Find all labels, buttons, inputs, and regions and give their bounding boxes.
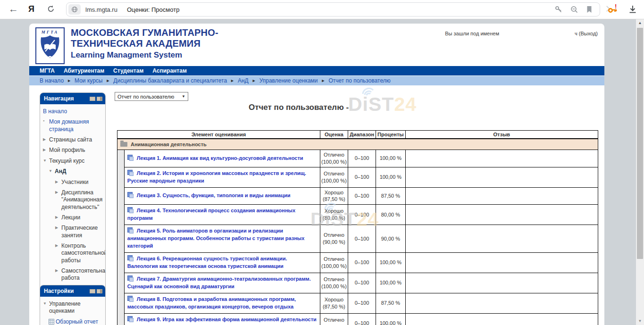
navigation-block-title: Навигация [44,95,74,102]
nav-item[interactable]: Абитуриентам [64,67,104,74]
tree-collapsed-icon[interactable]: ▶ [55,179,61,186]
percent-cell: 100,00 % [376,167,406,187]
sidebar-item[interactable]: Обзорный отчет [43,318,103,325]
nav-item[interactable]: Студентам [113,67,143,74]
grade-item-link[interactable]: Лекция 6. Рекреационная сущность туристс… [127,256,287,269]
bookmark-icon[interactable] [585,5,593,14]
sidebar-item[interactable]: ▶Контроль самостоятельной работы [43,242,103,264]
breadcrumb-link[interactable]: Дисциплины бакалавриата и специалитета [113,77,227,84]
grade-item-link[interactable]: Лекция 5. Роль аниматоров в организации … [127,228,305,249]
report-heading: Отчет по пользователю - [117,103,598,112]
sidebar-item[interactable]: ▪Моя домашняя страница [43,118,103,133]
grade-label: Отлично [321,317,347,324]
percent-cell: 100,00 % [376,273,406,293]
sidebar-item-label: Страницы сайта [49,136,92,143]
table-row: Лекция 6. Рекреационная сущность туристс… [117,252,598,273]
nav-item[interactable]: МГТА [40,67,55,74]
grade-report-table: Элемент оцениванияОценкаДиапазонПроценты… [117,130,598,325]
grade-item-link[interactable]: Лекция 1. Анимация как вид культурно-дос… [137,155,303,161]
feedback-cell [405,187,598,205]
breadcrumb-link[interactable]: Управление оценками [259,77,318,84]
percent-cell: 87,50 % [376,187,406,205]
grade-label: Отлично [321,232,347,239]
percent-cell: 87,50 % [376,293,406,313]
extension-key-button[interactable]: ! [608,4,618,17]
sidebar-item[interactable]: ▶Страницы сайта [43,136,103,143]
grade-item-link[interactable]: Лекция 8. Подготовка и разработка анимац… [127,296,296,309]
hide-block-icon[interactable] [90,97,95,101]
tree-expanded-icon[interactable]: ▼ [43,300,49,315]
academy-logo[interactable]: МГТА [35,27,65,64]
tree-expanded-icon[interactable]: ▼ [49,168,55,175]
tree-collapsed-icon[interactable]: ▶ [55,267,61,282]
feedback-cell [405,273,598,293]
refresh-button[interactable] [47,5,55,15]
scroll-up-button[interactable]: ▲ [636,19,644,27]
grade-percent-label: (100,00 %) [321,324,347,325]
grade-percent-label: (100,00 %) [321,263,347,270]
report-type-select[interactable]: Отчет по пользователю ▼ [115,92,188,101]
back-button[interactable]: ← [8,3,18,15]
sidebar-item[interactable]: ▼Управление оценками [43,300,103,315]
nav-item[interactable]: Аспирантам [152,67,187,74]
hide-block-icon[interactable] [90,289,95,293]
sidebar-item[interactable]: ▼Текущий курс [43,158,103,165]
dock-block-icon[interactable] [97,289,102,293]
sidebar-item-label: Мой профиль [49,147,85,154]
breadcrumb-link[interactable]: Мои курсы [75,77,102,84]
browser-logo[interactable]: Я [28,4,34,14]
logout-link[interactable]: ч (Выход) [575,31,598,36]
quiz-icon [127,227,134,233]
site-badge[interactable] [68,4,81,15]
column-header: Элемент оценивания [117,131,320,139]
item-name-cell: Лекция 5. Роль аниматоров в организации … [124,225,320,253]
grade-item-link[interactable]: Лекция 9. Игра как эффективная форма ани… [127,317,317,325]
breadcrumb-link[interactable]: В начало [40,77,64,84]
globe-icon [71,6,78,13]
tree-collapsed-icon[interactable]: ▶ [55,189,61,211]
tree-collapsed-icon[interactable]: ▶ [55,225,61,239]
sidebar-item-label: Управление оценками [49,300,103,315]
password-key-icon[interactable] [554,5,563,14]
quiz-icon [127,192,134,198]
address-bar[interactable]: lms.mgta.ru Оценки: Просмотр [66,2,600,17]
breadcrumb-link[interactable]: Отчет по пользователю [329,77,391,84]
grade-item-link[interactable]: Лекция 2. История и хронология массовых … [127,170,306,183]
category-cell: Анимационная деятельность [117,139,598,150]
category-row: Анимационная деятельность [117,139,598,150]
grade-label: Отлично [321,170,347,177]
sidebar-item[interactable]: ▶Дисциплина "Анимационная деятельность" [43,189,103,211]
chevron-down-icon: ▼ [182,94,185,99]
tree-expanded-icon[interactable]: ▼ [43,158,49,165]
report-select-value: Отчет по пользователю [117,94,174,100]
download-button[interactable] [627,4,638,17]
breadcrumb-link[interactable]: АнД [238,77,249,84]
settings-block-body: ▼Управление оценкамиОбзорный отчетОтчет … [40,297,105,325]
login-status: Вы зашли под именемч (Выход) [445,31,598,36]
grade-item-link[interactable]: Лекция 3. Сущность, функция, типология и… [137,192,291,198]
scroll-down-button[interactable]: ▼ [636,317,644,325]
sidebar-item[interactable]: ▶Мой профиль [43,147,103,154]
page-url[interactable]: lms.mgta.ru [85,6,117,13]
feedback-cell [405,167,598,187]
grade-item-link[interactable]: Лекция 4. Технологический процесс создан… [127,208,295,221]
sidebar-item[interactable]: В начало [43,108,103,115]
zoom-icon[interactable] [570,5,578,14]
sidebar-item[interactable]: ▶Практические занятия [43,225,103,239]
column-header: Проценты [376,131,406,139]
sidebar-item[interactable]: ▶Участники [43,179,103,186]
sidebar-item[interactable]: ▼АнД [43,168,103,175]
tree-collapsed-icon[interactable]: ▶ [55,242,61,264]
quiz-icon [127,316,134,322]
signal-arcs-icon [361,87,377,96]
scrollbar-thumb[interactable] [637,28,643,259]
breadcrumb: В начало►Мои курсы►Дисциплины бакалавриа… [29,76,604,85]
grade-item-link[interactable]: Лекция 7. Драматургия анимационно-театра… [127,276,311,289]
item-name-cell: Лекция 2. История и хронология массовых … [124,167,320,187]
sidebar-item[interactable]: ▶Самостоятельная работа [43,267,103,282]
sidebar-item[interactable]: ▶Лекции [43,214,103,221]
tree-collapsed-icon[interactable]: ▶ [55,214,61,221]
dock-block-icon[interactable] [97,97,102,101]
tree-collapsed-icon[interactable]: ▶ [43,147,49,154]
tree-collapsed-icon[interactable]: ▶ [43,136,49,143]
